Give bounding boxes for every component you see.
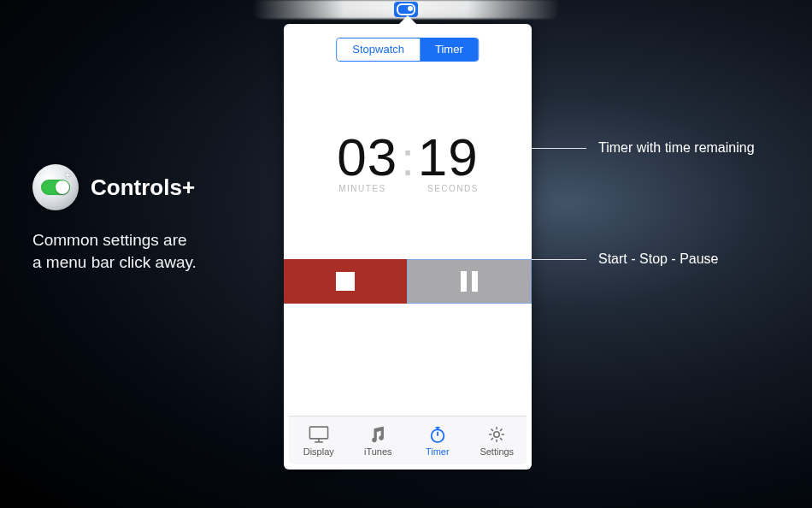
pause-icon	[461, 271, 467, 292]
callout-line	[532, 259, 586, 260]
plus-icon: +	[64, 169, 70, 181]
callout-timer-remaining: Timer with time remaining	[532, 140, 755, 156]
tab-display-label: Display	[303, 446, 334, 457]
popover-panel: Stopwatch Timer 03 : 19 MINUTES SECONDS	[284, 24, 532, 470]
time-separator: :	[397, 131, 418, 186]
bottom-tabbar: Display iTunes Timer	[289, 416, 527, 464]
svg-rect-0	[309, 427, 327, 439]
promo-title: Controls+	[91, 174, 195, 201]
tab-display[interactable]: Display	[289, 416, 349, 464]
callout-line	[532, 148, 586, 149]
playback-controls	[284, 259, 532, 304]
svg-point-7	[494, 432, 500, 438]
seconds-label: SECONDS	[419, 184, 487, 193]
callout-start-stop-pause: Start - Stop - Pause	[532, 251, 719, 267]
music-note-icon	[367, 424, 389, 445]
segment-timer[interactable]: Timer	[420, 38, 479, 61]
app-icon: +	[32, 164, 79, 210]
tab-itunes[interactable]: iTunes	[349, 416, 409, 464]
minutes-value: 03	[337, 127, 397, 187]
minutes-label: MINUTES	[328, 184, 397, 193]
promo-sub-line2: a menu bar click away.	[32, 251, 272, 274]
stop-icon	[336, 272, 355, 291]
svg-line-13	[500, 438, 502, 440]
seconds-value: 19	[418, 127, 479, 187]
svg-line-14	[500, 429, 502, 431]
tab-settings[interactable]: Settings	[468, 416, 527, 464]
mode-segmented-control: Stopwatch Timer	[336, 38, 479, 62]
callout-text: Start - Stop - Pause	[598, 251, 719, 267]
time-display: 03 : 19 MINUTES SECONDS	[284, 127, 532, 193]
tab-timer-label: Timer	[426, 446, 450, 457]
tab-settings-label: Settings	[480, 446, 514, 457]
tab-itunes-label: iTunes	[364, 446, 392, 457]
tab-timer[interactable]: Timer	[408, 416, 468, 464]
svg-line-12	[491, 429, 493, 431]
pause-icon	[472, 271, 478, 292]
promo-block: + Controls+ Common settings are a menu b…	[32, 164, 272, 273]
monitor-icon	[308, 424, 330, 445]
segment-stopwatch[interactable]: Stopwatch	[337, 38, 420, 61]
svg-line-15	[491, 438, 493, 440]
stop-button[interactable]	[284, 259, 407, 304]
pause-button[interactable]	[407, 259, 532, 304]
promo-sub-line1: Common settings are	[32, 229, 272, 251]
callout-text: Timer with time remaining	[598, 140, 755, 156]
stopwatch-icon	[427, 424, 449, 445]
toggle-on-icon	[41, 180, 70, 195]
promo-subtitle: Common settings are a menu bar click awa…	[32, 229, 272, 273]
gear-icon	[485, 424, 508, 445]
toggle-icon	[397, 3, 415, 15]
